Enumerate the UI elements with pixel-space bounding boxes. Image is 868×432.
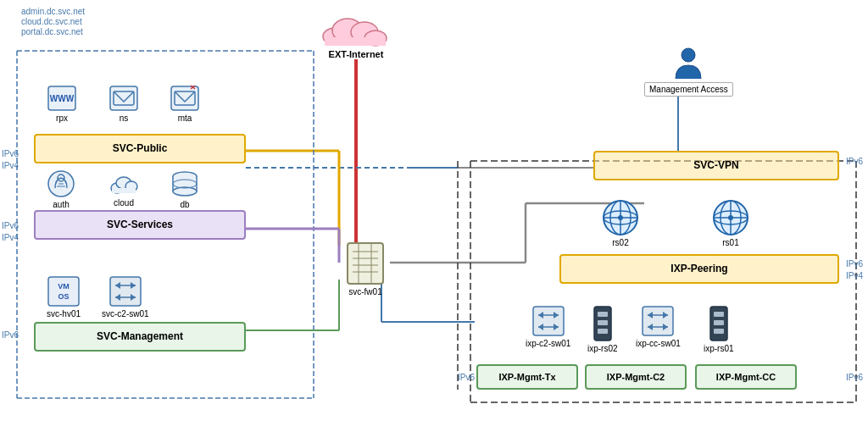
db-icon	[170, 169, 200, 198]
svg-rect-35	[171, 86, 198, 110]
ixp-mgmt-tx-box: IXP-Mgmt-Tx	[476, 364, 578, 390]
ixp-c2-sw01-label: ixp-c2-sw01	[526, 339, 570, 348]
switch-icon-left	[108, 275, 142, 307]
svg-rect-63	[348, 243, 383, 284]
ns-label: ns	[120, 114, 129, 123]
email-icon	[108, 85, 139, 112]
svg-rect-92	[598, 329, 608, 334]
ixp-rs01-node: ixp-rs01	[704, 305, 734, 353]
ixp-peering-label: IXP-Peering	[561, 256, 837, 282]
ipv6-ipv4-label-left2: IPv6IPv4	[2, 220, 19, 244]
mta-icon	[170, 85, 200, 112]
ipv6-ipv4-label-left: IPv6IPv4	[2, 148, 19, 172]
ipv6-label-right3: IPv6	[846, 373, 863, 382]
svc-public-box: SVC-Public	[34, 134, 246, 163]
auth-icon	[47, 169, 75, 198]
ns-node: ns	[108, 85, 139, 123]
rs02-icon	[602, 199, 639, 236]
svg-point-30	[682, 48, 695, 62]
rpx-label: rpx	[56, 114, 68, 123]
svg-rect-103	[714, 329, 724, 334]
ixp-mgmt-c2-label: IXP-Mgmt-C2	[587, 366, 685, 388]
management-access-label: Management Access	[644, 82, 733, 97]
firewall-node: svc-fw01	[346, 241, 385, 296]
svc-services-label: SVC-Services	[36, 212, 244, 238]
svg-text:OS: OS	[58, 292, 69, 301]
svg-rect-82	[533, 307, 564, 335]
ext-internet-label: EXT-Internet	[329, 49, 384, 59]
rpx-node: WWW rpx	[47, 85, 77, 123]
mta-node: mta	[170, 85, 200, 123]
rs02-node: rs02	[602, 199, 639, 247]
ixp-rs02-label: ixp-rs02	[587, 344, 618, 353]
svc-c2-sw01-label: svc-c2-sw01	[102, 309, 149, 318]
svg-rect-46	[112, 188, 136, 193]
ixp-rs02-node: ixp-rs02	[587, 305, 618, 353]
rs01-label: rs01	[722, 238, 738, 247]
svg-rect-102	[714, 320, 724, 325]
svc-c2-sw01-node: svc-c2-sw01	[102, 275, 149, 318]
ixp-rs02-icon	[591, 305, 615, 342]
url-label-2: cloud.dc.svc.net	[21, 17, 82, 26]
ixp-rs01-icon	[707, 305, 731, 342]
firewall-icon	[346, 241, 385, 285]
ixp-cc-sw01-label: ixp-cc-sw01	[636, 339, 681, 348]
cloud-icon	[318, 7, 394, 53]
cloud-label: cloud	[114, 198, 134, 208]
svg-rect-56	[110, 277, 141, 306]
svg-text:VM: VM	[58, 282, 70, 291]
svc-vpn-label: SVC-VPN	[595, 152, 837, 179]
rs01-node: rs01	[712, 199, 749, 247]
ixp-mgmt-cc-label: IXP-Mgmt-CC	[697, 366, 795, 388]
ixp-mgmt-tx-label: IXP-Mgmt-Tx	[478, 366, 576, 388]
ext-internet-node: EXT-Internet	[314, 7, 398, 59]
ipv6-label-left-ixp: IPv6	[458, 373, 475, 382]
svg-rect-29	[325, 37, 386, 46]
svg-text:WWW: WWW	[50, 94, 75, 103]
url-label-1: admin.dc.svc.net	[21, 7, 85, 16]
svg-rect-101	[714, 312, 724, 317]
network-diagram: admin.dc.svc.net cloud.dc.svc.net portal…	[0, 0, 868, 432]
auth-node: auth	[47, 169, 75, 209]
ipv6-label-left3: IPv6	[2, 330, 19, 340]
svc-fw01-label: svc-fw01	[348, 287, 381, 296]
cloud-service-node: cloud	[108, 169, 139, 208]
db-node: db	[170, 169, 200, 209]
url-label-3: portal.dc.svc.net	[21, 27, 83, 36]
svc-management-label: SVC-Management	[36, 324, 244, 350]
www-icon: WWW	[47, 85, 77, 112]
svc-services-box: SVC-Services	[34, 210, 246, 240]
svg-rect-33	[110, 86, 137, 110]
mta-label: mta	[178, 114, 192, 123]
svc-vpn-box: SVC-VPN	[593, 151, 839, 180]
rs01-icon	[712, 199, 749, 236]
ixp-mgmt-cc-box: IXP-Mgmt-CC	[695, 364, 797, 390]
svc-management-box: SVC-Management	[34, 322, 246, 352]
ipv6-ipv4-label-right2: IPv6IPv4	[846, 258, 863, 282]
ixp-cc-sw01-node: ixp-cc-sw01	[636, 305, 681, 348]
person-icon	[671, 47, 705, 80]
svg-rect-91	[598, 320, 608, 325]
auth-label: auth	[53, 200, 69, 209]
ixp-c2-sw01-icon	[531, 305, 565, 337]
ixp-rs01-label: ixp-rs01	[704, 344, 734, 353]
svc-public-label: SVC-Public	[36, 136, 244, 162]
svg-rect-93	[643, 307, 673, 335]
management-access-node: Management Access	[644, 47, 733, 97]
ipv6-label-right1: IPv6	[846, 157, 863, 166]
db-label: db	[180, 200, 189, 209]
ixp-peering-box: IXP-Peering	[559, 254, 839, 284]
svg-rect-90	[598, 312, 608, 317]
rs02-label: rs02	[612, 238, 628, 247]
ixp-cc-sw01-icon	[641, 305, 675, 337]
ixp-c2-sw01-node: ixp-c2-sw01	[526, 305, 570, 348]
vm-icon: VM OS	[47, 275, 81, 307]
svc-hv01-node: VM OS svc-hv01	[47, 275, 81, 318]
svc-hv01-label: svc-hv01	[47, 309, 81, 318]
ixp-mgmt-c2-box: IXP-Mgmt-C2	[585, 364, 687, 390]
cloud-service-icon	[108, 169, 139, 197]
